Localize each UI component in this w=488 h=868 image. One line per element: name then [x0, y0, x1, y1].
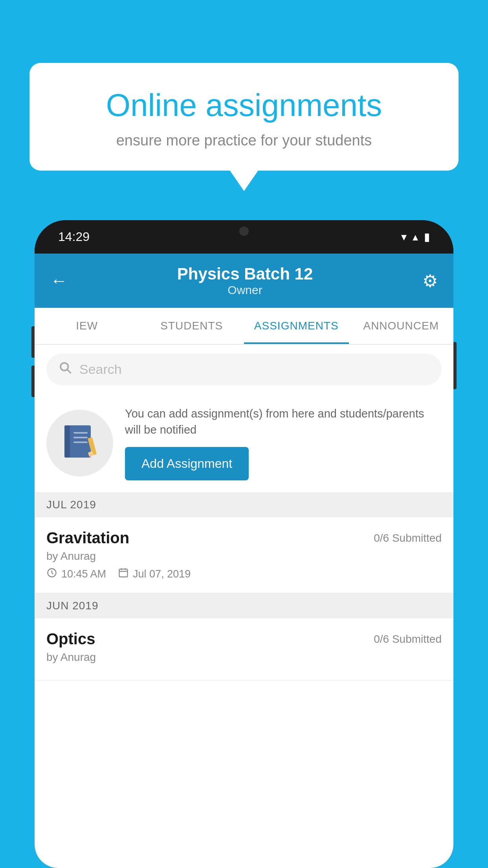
phone-screen: ← Physics Batch 12 Owner ⚙ IEW STUDENTS …: [35, 254, 453, 868]
settings-icon[interactable]: ⚙: [422, 271, 438, 291]
svg-rect-6: [73, 441, 88, 443]
svg-rect-4: [73, 432, 88, 434]
bubble-title: Online assignments: [57, 86, 431, 124]
battery-icon: ▮: [424, 230, 430, 243]
tabs-bar: IEW STUDENTS ASSIGNMENTS ANNOUNCEM: [35, 308, 453, 345]
section-header-jun: JUN 2019: [35, 593, 453, 618]
assignment-icon-circle: [46, 410, 113, 476]
promo-section: You can add assignment(s) from here and …: [35, 394, 453, 492]
phone-frame: 14:29 ▾ ▴ ▮ ← Physics Batch 12 Owner ⚙ I…: [35, 220, 453, 868]
speech-bubble-card: Online assignments ensure more practice …: [29, 63, 459, 171]
search-input-wrap[interactable]: Search: [46, 353, 442, 385]
batch-title: Physics Batch 12: [177, 265, 313, 283]
assignment-name-gravitation: Gravitation: [46, 529, 129, 547]
section-header-jul: JUL 2019: [35, 492, 453, 517]
status-icons: ▾ ▴ ▮: [401, 230, 430, 243]
search-placeholder: Search: [79, 362, 122, 377]
assignment-submitted-gravitation: 0/6 Submitted: [374, 532, 442, 544]
phone-notch: [209, 220, 279, 242]
assignment-meta-gravitation: 10:45 AM Jul 07, 2019: [46, 567, 442, 581]
clock-icon: [46, 567, 57, 581]
status-bar: 14:29 ▾ ▴ ▮: [35, 220, 453, 254]
svg-rect-11: [119, 569, 128, 577]
assignment-author-gravitation: by Anurag: [46, 550, 442, 563]
owner-label: Owner: [177, 283, 313, 297]
assignment-gravitation[interactable]: Gravitation 0/6 Submitted by Anurag 10:4…: [35, 517, 453, 593]
tab-students[interactable]: STUDENTS: [139, 308, 244, 344]
tab-assignments[interactable]: ASSIGNMENTS: [244, 308, 349, 344]
signal-icon: ▴: [413, 230, 418, 243]
svg-rect-3: [64, 425, 70, 458]
bubble-subtitle: ensure more practice for your students: [57, 132, 431, 149]
calendar-icon: [118, 567, 129, 581]
promo-text-area: You can add assignment(s) from here and …: [125, 406, 442, 480]
assignment-submitted-optics: 0/6 Submitted: [374, 633, 442, 645]
promo-description: You can add assignment(s) from here and …: [125, 406, 442, 438]
add-assignment-button[interactable]: Add Assignment: [125, 447, 249, 480]
tab-announcements[interactable]: ANNOUNCEM: [349, 308, 454, 344]
assignment-name-optics: Optics: [46, 630, 95, 648]
search-icon: [58, 360, 72, 378]
wifi-icon: ▾: [401, 230, 407, 243]
svg-rect-5: [73, 437, 88, 438]
phone-time: 14:29: [58, 230, 90, 244]
back-button[interactable]: ←: [50, 271, 68, 291]
svg-line-1: [67, 370, 70, 373]
assignment-time-gravitation: 10:45 AM: [61, 568, 106, 580]
app-header: ← Physics Batch 12 Owner ⚙: [35, 254, 453, 308]
assignment-optics[interactable]: Optics 0/6 Submitted by Anurag: [35, 618, 453, 680]
search-bar: Search: [35, 345, 453, 394]
front-camera: [239, 226, 249, 236]
header-center: Physics Batch 12 Owner: [177, 265, 313, 297]
tab-iew[interactable]: IEW: [35, 308, 139, 344]
assignment-author-optics: by Anurag: [46, 651, 442, 664]
assignment-date-gravitation: Jul 07, 2019: [133, 568, 191, 580]
